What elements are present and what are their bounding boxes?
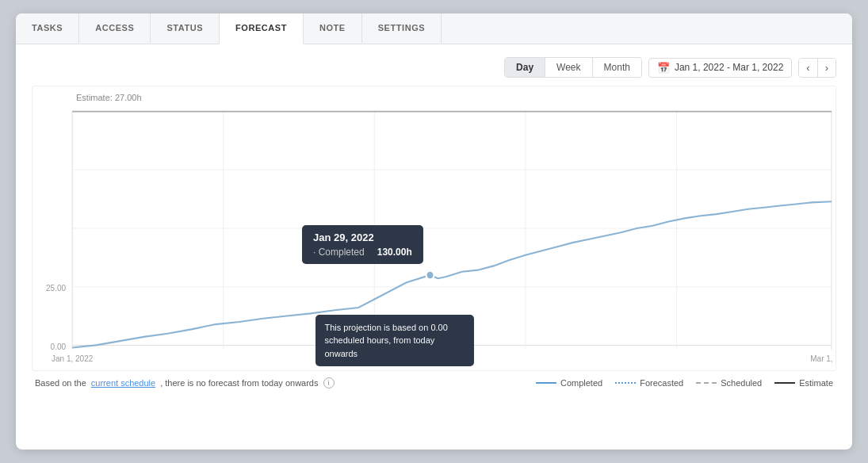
tab-settings[interactable]: SETTINGS: [362, 13, 442, 44]
footer-left: Based on the current schedule, there is …: [35, 377, 335, 388]
legend-forecasted: Forecasted: [615, 378, 683, 388]
estimate-label: Estimate: 27.00h: [76, 93, 142, 102]
tab-access[interactable]: ACCESS: [79, 13, 151, 44]
svg-text:Jan 1, 2022: Jan 1, 2022: [52, 354, 94, 363]
info-tooltip-box: This projection is based on 0.00 schedul…: [315, 315, 474, 367]
svg-point-16: [426, 271, 434, 280]
legend-estimate: Estimate: [774, 378, 833, 388]
footer-schedule-link[interactable]: current schedule: [91, 378, 155, 388]
calendar-icon: 📅: [657, 62, 670, 74]
nav-buttons: ‹ ›: [798, 58, 836, 78]
view-toggle: Day Week Month: [504, 57, 642, 78]
footer-base-text: Based on the: [35, 378, 86, 388]
legend-scheduled-label: Scheduled: [721, 378, 762, 388]
svg-text:0.00: 0.00: [51, 342, 67, 350]
next-button[interactable]: ›: [818, 59, 835, 77]
view-btn-week[interactable]: Week: [545, 58, 592, 77]
tab-forecast[interactable]: FORECAST: [220, 13, 304, 44]
tab-bar: TASKS ACCESS STATUS FORECAST NOTE SETTIN…: [16, 13, 852, 44]
legend-scheduled-line: [696, 382, 717, 384]
view-btn-month[interactable]: Month: [593, 58, 641, 77]
tab-tasks[interactable]: TASKS: [16, 13, 79, 44]
prev-button[interactable]: ‹: [799, 59, 817, 77]
date-range-display: 📅 Jan 1, 2022 - Mar 1, 2022: [648, 58, 792, 78]
view-btn-day[interactable]: Day: [505, 58, 545, 77]
legend-completed-label: Completed: [560, 378, 602, 388]
svg-text:25.00: 25.00: [46, 284, 66, 293]
legend-scheduled: Scheduled: [696, 378, 762, 388]
legend-completed-line: [536, 382, 556, 384]
footer: Based on the current schedule, there is …: [32, 371, 836, 392]
legend-forecasted-label: Forecasted: [640, 378, 683, 388]
footer-end-text: , there is no forecast from today onward…: [160, 378, 318, 388]
date-range-text: Jan 1, 2022 - Mar 1, 2022: [675, 62, 783, 73]
legend-completed: Completed: [536, 378, 602, 388]
legend-estimate-line: [774, 382, 795, 384]
legend-forecasted-line: [615, 382, 636, 384]
main-card: TASKS ACCESS STATUS FORECAST NOTE SETTIN…: [16, 13, 852, 450]
toolbar: Day Week Month 📅 Jan 1, 2022 - Mar 1, 20…: [32, 57, 836, 78]
info-tooltip-container: i This projection is based on 0.00 sched…: [323, 377, 335, 388]
info-icon[interactable]: i: [323, 377, 335, 388]
content-area: Day Week Month 📅 Jan 1, 2022 - Mar 1, 20…: [16, 44, 852, 401]
tab-note[interactable]: NOTE: [304, 13, 362, 44]
legend-estimate-label: Estimate: [799, 378, 833, 388]
tab-status[interactable]: STATUS: [151, 13, 220, 44]
legend: Completed Forecasted Scheduled Estimate: [536, 378, 833, 388]
svg-text:Mar 1, 2022: Mar 1, 2022: [810, 354, 835, 363]
